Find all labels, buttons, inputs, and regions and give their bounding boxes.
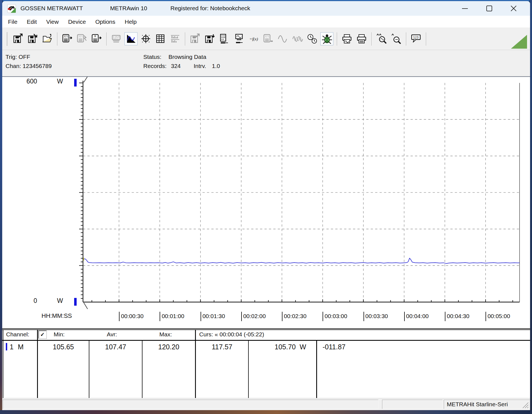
read-device-321-button[interactable]: 321: [61, 32, 74, 45]
toolbar-buttons: 321321M1257=f(x)321123: [11, 32, 429, 46]
chart-area[interactable]: 600 W 0 W HH:MM:SS 00:00:3000:01:0000:01…: [2, 77, 530, 326]
records-label: Records:: [143, 63, 167, 69]
power-time-chart[interactable]: [2, 77, 530, 326]
table-divider: [37, 329, 38, 398]
app-name-title: METRAwin 10: [110, 5, 147, 12]
resize-grip-icon: [521, 401, 529, 409]
debug-mode-button[interactable]: [320, 32, 333, 45]
statusbar-secondary-panel: [382, 400, 443, 409]
status-value: Browsing Data: [168, 54, 206, 60]
svg-text:321: 321: [264, 35, 269, 38]
menu-item-view[interactable]: View: [41, 17, 63, 26]
statistics-table: Channel: ✓ Min: Avr: Max: Curs: « 00:00:…: [2, 326, 530, 398]
read-device-memory-button[interactable]: M: [90, 32, 103, 45]
multi-trace-button[interactable]: [291, 32, 304, 45]
histogram-view-button[interactable]: [168, 32, 181, 45]
desktop-edge-right: [530, 0, 532, 414]
desktop-edge-left: [0, 0, 2, 414]
resize-grip[interactable]: [521, 401, 529, 410]
channel-color-marker: [6, 343, 7, 350]
monitor-setup-button[interactable]: [232, 32, 245, 45]
open-file-button[interactable]: [41, 32, 54, 45]
x-tick-label: 00:04:00: [404, 312, 429, 321]
toolbar: 321321M1257=f(x)321123: [2, 28, 530, 50]
trigger-status: Trig: OFF: [6, 54, 30, 60]
tooltip-icon: 123: [411, 33, 422, 44]
row-cursor1-value: 117.57: [196, 342, 248, 352]
close-button[interactable]: [501, 2, 526, 15]
table-header-cursor: Curs: « 00:00:04 (-05:22): [199, 329, 338, 339]
minimize-button[interactable]: [453, 2, 477, 15]
table-top-border: [2, 328, 530, 329]
registration-text: Registered for: Notebookcheck: [170, 5, 250, 12]
dev-cfg-icon: 321: [263, 33, 274, 44]
floppy-out-icon: [190, 33, 201, 44]
svg-text:1257: 1257: [113, 36, 119, 39]
app-logo-icon: [7, 4, 16, 13]
floppy-out-icon: [12, 33, 24, 44]
row-min-value: 105.65: [38, 342, 89, 352]
table-divider: [195, 329, 196, 398]
timer-setup-button[interactable]: [306, 32, 319, 45]
histo-view-icon: [170, 33, 181, 44]
toolbar-separator: [106, 32, 107, 46]
toolbar-separator: [426, 32, 427, 46]
tooltip-info-button[interactable]: 123: [409, 32, 422, 45]
cursor-view-button[interactable]: [139, 32, 152, 45]
disconnect-device-321-button[interactable]: 321: [75, 32, 88, 45]
fx-icon: =f(x): [248, 33, 259, 44]
y-axis-max-label: 600: [16, 78, 37, 85]
channel-visibility-checkbox[interactable]: ✓: [38, 331, 46, 339]
table-header-channel: Channel:: [6, 329, 37, 339]
close-icon: [510, 5, 517, 12]
toolbar-grip[interactable]: [6, 32, 7, 46]
zoom-out-button[interactable]: [390, 32, 403, 45]
print-graph-icon: [341, 33, 352, 44]
print-list-icon: [356, 33, 367, 44]
graph-view-button[interactable]: [124, 32, 137, 45]
toolbar-corner-triangle: [511, 35, 527, 49]
y-cursor-marker-top[interactable]: [74, 79, 77, 87]
menu-item-help[interactable]: Help: [120, 17, 141, 26]
x-tick-label: 00:00:30: [119, 312, 144, 321]
devM-out-icon: M: [91, 33, 102, 44]
dev321-out-icon: 321: [62, 33, 73, 44]
print-list-button[interactable]: [355, 32, 368, 45]
menu-item-edit[interactable]: Edit: [22, 17, 41, 26]
zoom-in-button[interactable]: [375, 32, 388, 45]
multimeter-display-button[interactable]: 1257: [110, 32, 123, 45]
maximize-button[interactable]: [477, 2, 501, 15]
menu-item-device[interactable]: Device: [63, 17, 90, 26]
svg-text:123: 123: [413, 36, 419, 39]
toolbar-separator: [57, 32, 58, 46]
row-channel-index: 1: [9, 342, 14, 352]
y-axis-unit-bottom: W: [57, 297, 63, 305]
records-value: 324: [171, 63, 181, 69]
svg-text:321: 321: [78, 35, 82, 38]
function-fx-button[interactable]: =f(x): [247, 32, 260, 45]
export-file-button[interactable]: [11, 32, 24, 45]
connected-device-name: METRAHit Starline-Seri: [447, 401, 508, 408]
toolbar-separator: [406, 32, 407, 46]
table-view-button[interactable]: [154, 32, 167, 45]
save-file-button[interactable]: [26, 32, 39, 45]
y-cursor-marker-bottom[interactable]: [74, 298, 77, 306]
svg-text:=f(x): =f(x): [249, 37, 258, 41]
row-channel-mode: M: [17, 342, 25, 352]
print-graph-button[interactable]: [340, 32, 353, 45]
x-axis-label: HH:MM:SS: [41, 312, 72, 319]
crosshair-view-icon: [140, 33, 151, 44]
menu-item-file[interactable]: File: [3, 17, 22, 26]
status-bar: METRAHit Starline-Seri: [2, 398, 530, 410]
menu-item-options[interactable]: Options: [90, 17, 120, 26]
table-header-min: Min:: [54, 329, 73, 339]
row-cursor2-unit: W: [300, 342, 311, 352]
save-config-button[interactable]: [188, 32, 201, 45]
monitor-cfg-icon: [233, 33, 245, 44]
analog-trace-button[interactable]: [276, 32, 289, 45]
channel-setup-button[interactable]: [218, 32, 231, 45]
floppy-in-icon: [27, 33, 38, 44]
load-config-button[interactable]: [203, 32, 216, 45]
sine1-icon: [277, 33, 289, 44]
device-setup-button[interactable]: 321: [262, 32, 275, 45]
